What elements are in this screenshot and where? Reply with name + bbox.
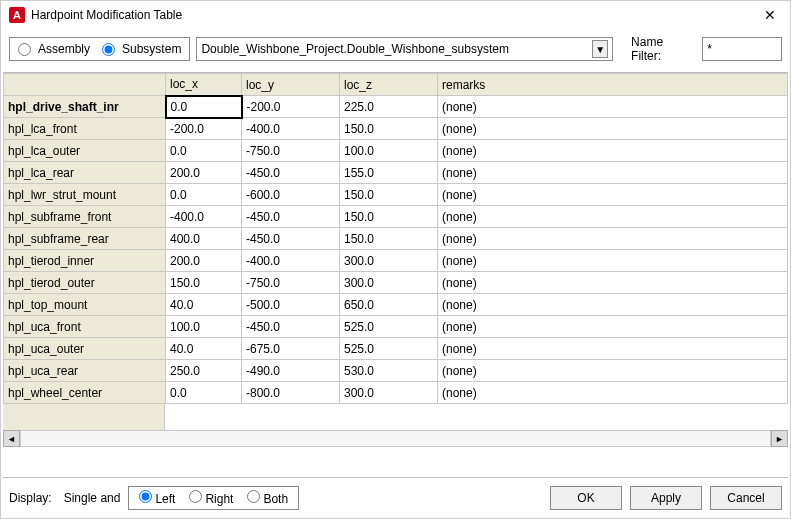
- loc-z-cell[interactable]: 300.0: [340, 250, 438, 272]
- row-name-cell[interactable]: hpl_wheel_center: [4, 382, 166, 404]
- remarks-cell[interactable]: (none): [438, 184, 788, 206]
- loc-y-cell[interactable]: -450.0: [242, 316, 340, 338]
- table-row[interactable]: hpl_lwr_strut_mount0.0-600.0150.0(none): [4, 184, 788, 206]
- side-left-radio[interactable]: Left: [139, 490, 175, 506]
- row-name-cell[interactable]: hpl_uca_rear: [4, 360, 166, 382]
- loc-z-cell[interactable]: 650.0: [340, 294, 438, 316]
- loc-x-cell[interactable]: 250.0: [166, 360, 242, 382]
- table-row[interactable]: hpl_drive_shaft_inr0.0-200.0225.0(none): [4, 96, 788, 118]
- name-filter-input[interactable]: *: [702, 37, 782, 61]
- table-row[interactable]: hpl_wheel_center0.0-800.0300.0(none): [4, 382, 788, 404]
- table-row[interactable]: hpl_subframe_front-400.0-450.0150.0(none…: [4, 206, 788, 228]
- loc-z-cell[interactable]: 525.0: [340, 316, 438, 338]
- close-button[interactable]: ✕: [758, 7, 782, 23]
- col-header-loc-z[interactable]: loc_z: [340, 74, 438, 96]
- row-name-cell[interactable]: hpl_lca_front: [4, 118, 166, 140]
- loc-y-cell[interactable]: -750.0: [242, 140, 340, 162]
- loc-x-cell[interactable]: 200.0: [166, 162, 242, 184]
- table-row[interactable]: hpl_lca_rear200.0-450.0155.0(none): [4, 162, 788, 184]
- loc-z-cell[interactable]: 530.0: [340, 360, 438, 382]
- remarks-cell[interactable]: (none): [438, 118, 788, 140]
- loc-x-cell[interactable]: -400.0: [166, 206, 242, 228]
- loc-z-cell[interactable]: 155.0: [340, 162, 438, 184]
- table-row[interactable]: hpl_uca_outer40.0-675.0525.0(none): [4, 338, 788, 360]
- loc-z-cell[interactable]: 150.0: [340, 206, 438, 228]
- table-row[interactable]: hpl_uca_rear250.0-490.0530.0(none): [4, 360, 788, 382]
- remarks-cell[interactable]: (none): [438, 338, 788, 360]
- loc-y-cell[interactable]: -450.0: [242, 206, 340, 228]
- side-both-radio[interactable]: Both: [247, 490, 288, 506]
- loc-y-cell[interactable]: -600.0: [242, 184, 340, 206]
- remarks-cell[interactable]: (none): [438, 140, 788, 162]
- loc-x-cell[interactable]: 40.0: [166, 338, 242, 360]
- table-row[interactable]: hpl_top_mount40.0-500.0650.0(none): [4, 294, 788, 316]
- table-row[interactable]: hpl_lca_front-200.0-400.0150.0(none): [4, 118, 788, 140]
- row-name-cell[interactable]: hpl_uca_front: [4, 316, 166, 338]
- col-header-remarks[interactable]: remarks: [438, 74, 788, 96]
- loc-z-cell[interactable]: 300.0: [340, 382, 438, 404]
- loc-y-cell[interactable]: -400.0: [242, 118, 340, 140]
- loc-x-cell[interactable]: 400.0: [166, 228, 242, 250]
- loc-z-cell[interactable]: 150.0: [340, 118, 438, 140]
- row-name-cell[interactable]: hpl_tierod_outer: [4, 272, 166, 294]
- col-header-name[interactable]: [4, 74, 166, 96]
- row-name-cell[interactable]: hpl_uca_outer: [4, 338, 166, 360]
- loc-y-cell[interactable]: -800.0: [242, 382, 340, 404]
- row-name-cell[interactable]: hpl_drive_shaft_inr: [4, 96, 166, 118]
- loc-z-cell[interactable]: 225.0: [340, 96, 438, 118]
- scroll-track[interactable]: [20, 430, 771, 447]
- loc-x-cell[interactable]: 0.0: [166, 382, 242, 404]
- remarks-cell[interactable]: (none): [438, 360, 788, 382]
- row-name-cell[interactable]: hpl_lwr_strut_mount: [4, 184, 166, 206]
- table-row[interactable]: hpl_uca_front100.0-450.0525.0(none): [4, 316, 788, 338]
- loc-x-cell[interactable]: -200.0: [166, 118, 242, 140]
- table-row[interactable]: hpl_lca_outer0.0-750.0100.0(none): [4, 140, 788, 162]
- loc-y-cell[interactable]: -400.0: [242, 250, 340, 272]
- loc-x-cell[interactable]: 150.0: [166, 272, 242, 294]
- loc-z-cell[interactable]: 150.0: [340, 228, 438, 250]
- loc-x-cell[interactable]: 200.0: [166, 250, 242, 272]
- row-name-cell[interactable]: hpl_top_mount: [4, 294, 166, 316]
- loc-z-cell[interactable]: 150.0: [340, 184, 438, 206]
- row-name-cell[interactable]: hpl_lca_rear: [4, 162, 166, 184]
- loc-z-cell[interactable]: 300.0: [340, 272, 438, 294]
- row-name-cell[interactable]: hpl_lca_outer: [4, 140, 166, 162]
- remarks-cell[interactable]: (none): [438, 316, 788, 338]
- cancel-button[interactable]: Cancel: [710, 486, 782, 510]
- remarks-cell[interactable]: (none): [438, 206, 788, 228]
- hardpoint-table[interactable]: loc_x loc_y loc_z remarks hpl_drive_shaf…: [3, 73, 788, 404]
- loc-x-cell[interactable]: 0.0: [166, 184, 242, 206]
- assembly-radio[interactable]: Assembly: [18, 42, 90, 56]
- col-header-loc-x[interactable]: loc_x: [166, 74, 242, 96]
- scroll-right-icon[interactable]: ►: [771, 430, 788, 447]
- loc-z-cell[interactable]: 525.0: [340, 338, 438, 360]
- remarks-cell[interactable]: (none): [438, 228, 788, 250]
- loc-x-cell[interactable]: 0.0: [166, 140, 242, 162]
- loc-y-cell[interactable]: -500.0: [242, 294, 340, 316]
- table-row[interactable]: hpl_subframe_rear400.0-450.0150.0(none): [4, 228, 788, 250]
- subsystem-radio[interactable]: Subsystem: [102, 42, 181, 56]
- row-name-cell[interactable]: hpl_subframe_rear: [4, 228, 166, 250]
- ok-button[interactable]: OK: [550, 486, 622, 510]
- remarks-cell[interactable]: (none): [438, 272, 788, 294]
- table-row[interactable]: hpl_tierod_outer150.0-750.0300.0(none): [4, 272, 788, 294]
- row-name-cell[interactable]: hpl_subframe_front: [4, 206, 166, 228]
- remarks-cell[interactable]: (none): [438, 96, 788, 118]
- loc-y-cell[interactable]: -675.0: [242, 338, 340, 360]
- scroll-left-icon[interactable]: ◄: [3, 430, 20, 447]
- apply-button[interactable]: Apply: [630, 486, 702, 510]
- loc-y-cell[interactable]: -450.0: [242, 228, 340, 250]
- col-header-loc-y[interactable]: loc_y: [242, 74, 340, 96]
- row-name-cell[interactable]: hpl_tierod_inner: [4, 250, 166, 272]
- remarks-cell[interactable]: (none): [438, 250, 788, 272]
- remarks-cell[interactable]: (none): [438, 294, 788, 316]
- loc-z-cell[interactable]: 100.0: [340, 140, 438, 162]
- remarks-cell[interactable]: (none): [438, 382, 788, 404]
- side-right-radio[interactable]: Right: [189, 490, 233, 506]
- table-row[interactable]: hpl_tierod_inner200.0-400.0300.0(none): [4, 250, 788, 272]
- subsystem-selector[interactable]: Double_Wishbone_Project.Double_Wishbone_…: [196, 37, 613, 61]
- loc-y-cell[interactable]: -490.0: [242, 360, 340, 382]
- remarks-cell[interactable]: (none): [438, 162, 788, 184]
- horizontal-scrollbar[interactable]: ◄ ►: [3, 430, 788, 447]
- loc-y-cell[interactable]: -750.0: [242, 272, 340, 294]
